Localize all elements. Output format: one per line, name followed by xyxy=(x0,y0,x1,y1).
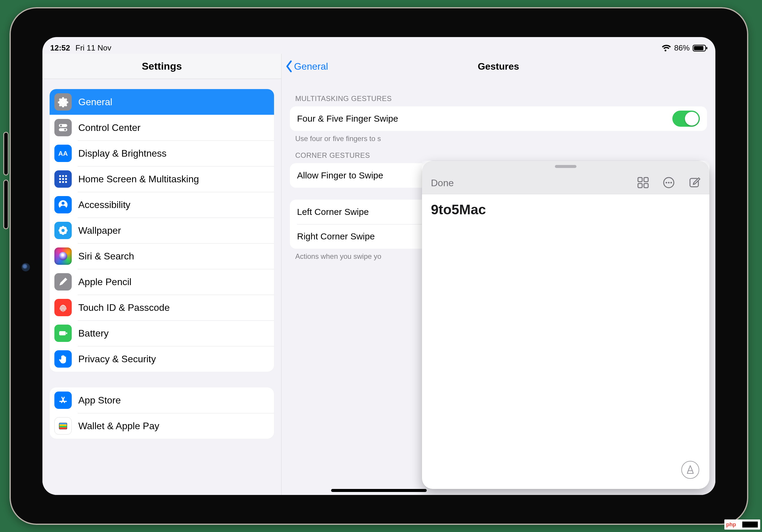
sidebar-item-label: General xyxy=(78,97,113,108)
done-button[interactable]: Done xyxy=(431,178,454,189)
row-label: Left Corner Swipe xyxy=(297,207,369,217)
svg-rect-34 xyxy=(59,427,67,429)
sidebar-group-2: App StoreWallet & Apple Pay xyxy=(49,387,274,439)
svg-rect-10 xyxy=(65,175,67,177)
sidebar-item-siri-search[interactable]: Siri & Search xyxy=(49,243,274,269)
sidebar-item-touch-id-passcode[interactable]: Touch ID & Passcode xyxy=(49,295,274,320)
status-bar: 12:52 Fri 11 Nov 86% xyxy=(42,37,716,54)
quick-note-toolbar: Done xyxy=(422,161,710,194)
sidebar-item-label: Battery xyxy=(78,328,109,339)
section-header-corner: CORNER GESTURES xyxy=(295,151,702,160)
detail-header: General Gestures xyxy=(281,54,716,79)
sidebar-item-general[interactable]: General xyxy=(49,89,274,115)
svg-rect-13 xyxy=(65,178,67,180)
row-label: Four & Five Finger Swipe xyxy=(297,114,398,124)
svg-rect-15 xyxy=(62,181,64,183)
svg-point-4 xyxy=(60,125,62,126)
svg-rect-39 xyxy=(644,184,648,188)
switch-four-five-finger[interactable] xyxy=(672,111,700,127)
svg-rect-16 xyxy=(65,181,67,183)
sidebar-item-label: Wallpaper xyxy=(78,225,121,236)
sidebar-item-home-screen-multitasking[interactable]: Home Screen & Multitasking xyxy=(49,166,274,192)
drag-handle[interactable] xyxy=(555,165,576,168)
front-camera xyxy=(22,263,30,271)
battery-icon xyxy=(54,325,72,342)
svg-rect-29 xyxy=(66,332,67,334)
row-label: Allow Finger to Swipe xyxy=(297,170,383,181)
screen: 12:52 Fri 11 Nov 86% xyxy=(42,37,716,495)
flower-icon xyxy=(54,222,72,239)
wallet-icon xyxy=(54,417,72,434)
person-icon xyxy=(54,196,72,213)
gear-icon xyxy=(54,93,72,111)
sidebar-title: Settings xyxy=(42,54,281,79)
compose-icon[interactable] xyxy=(689,177,701,189)
svg-rect-11 xyxy=(59,178,61,180)
ipad-frame: 12:52 Fri 11 Nov 86% xyxy=(10,7,748,525)
home-indicator[interactable] xyxy=(331,489,427,492)
sidebar-item-wallpaper[interactable]: Wallpaper xyxy=(49,218,274,243)
sidebar-item-control-center[interactable]: Control Center xyxy=(49,115,274,140)
sidebar-item-app-store[interactable]: App Store xyxy=(49,387,274,413)
sidebar-item-label: Siri & Search xyxy=(78,251,134,262)
sidebar-item-label: Privacy & Security xyxy=(78,353,156,365)
svg-point-41 xyxy=(665,182,667,183)
sidebar-item-label: Display & Brightness xyxy=(78,148,167,159)
quick-note-title[interactable]: 9to5Mac xyxy=(422,194,710,225)
back-label: General xyxy=(294,61,328,72)
detail-pane: General Gestures MULTITASKING GESTURES F… xyxy=(281,54,716,495)
svg-rect-12 xyxy=(62,178,64,180)
settings-sidebar: Settings GeneralControl CenterAADisplay … xyxy=(42,54,281,495)
sidebar-item-wallet-apple-pay[interactable]: Wallet & Apple Pay xyxy=(49,413,274,439)
svg-rect-28 xyxy=(59,331,66,335)
svg-rect-36 xyxy=(638,178,642,182)
detail-title: Gestures xyxy=(478,61,519,72)
back-button[interactable]: General xyxy=(285,54,328,79)
fingerprint-icon xyxy=(54,299,72,316)
sidebar-item-label: Apple Pencil xyxy=(78,276,131,287)
appstore-icon xyxy=(54,392,72,409)
sidebar-item-label: App Store xyxy=(78,395,121,406)
status-time: 12:52 xyxy=(50,43,70,52)
watermark-bar xyxy=(742,521,759,527)
sidebar-item-accessibility[interactable]: Accessibility xyxy=(49,192,274,218)
svg-point-6 xyxy=(64,129,66,131)
sidebar-item-apple-pencil[interactable]: Apple Pencil xyxy=(49,269,274,295)
svg-text:AA: AA xyxy=(58,150,68,157)
sidebar-item-label: Home Screen & Multitasking xyxy=(78,174,199,185)
status-battery-pct: 86% xyxy=(674,43,690,52)
svg-point-43 xyxy=(670,182,672,183)
svg-rect-8 xyxy=(59,175,61,177)
hand-icon xyxy=(54,350,72,368)
sidebar-item-label: Accessibility xyxy=(78,199,130,210)
svg-rect-37 xyxy=(644,178,648,182)
markup-button[interactable] xyxy=(681,461,699,479)
more-icon[interactable] xyxy=(663,177,675,189)
grid-icon xyxy=(54,170,72,188)
svg-point-18 xyxy=(61,202,64,205)
aa-icon: AA xyxy=(54,145,72,162)
watermark-text: php xyxy=(726,521,736,528)
row-four-five-finger-swipe[interactable]: Four & Five Finger Swipe xyxy=(290,107,707,131)
sidebar-item-battery[interactable]: Battery xyxy=(49,320,274,346)
quick-note-panel[interactable]: Done 9to5Mac xyxy=(422,161,710,489)
sidebar-item-label: Control Center xyxy=(78,122,140,133)
footer-four-five: Use four or five fingers to s xyxy=(295,134,702,143)
svg-point-27 xyxy=(61,229,64,232)
notes-grid-icon[interactable] xyxy=(637,177,649,189)
svg-rect-1 xyxy=(694,46,704,50)
svg-rect-38 xyxy=(638,184,642,188)
wifi-icon xyxy=(661,44,671,52)
watermark: php xyxy=(724,519,760,530)
svg-rect-2 xyxy=(706,47,707,49)
switches-icon xyxy=(54,119,72,136)
battery-icon xyxy=(693,44,708,52)
sidebar-item-label: Wallet & Apple Pay xyxy=(78,420,159,431)
sidebar-item-display-brightness[interactable]: AADisplay & Brightness xyxy=(49,140,274,166)
sidebar-item-label: Touch ID & Passcode xyxy=(78,302,170,313)
svg-point-42 xyxy=(668,182,669,183)
pencil-icon xyxy=(54,273,72,290)
siri-icon xyxy=(54,248,72,265)
sidebar-group-1: GeneralControl CenterAADisplay & Brightn… xyxy=(49,89,274,372)
sidebar-item-privacy-security[interactable]: Privacy & Security xyxy=(49,346,274,372)
